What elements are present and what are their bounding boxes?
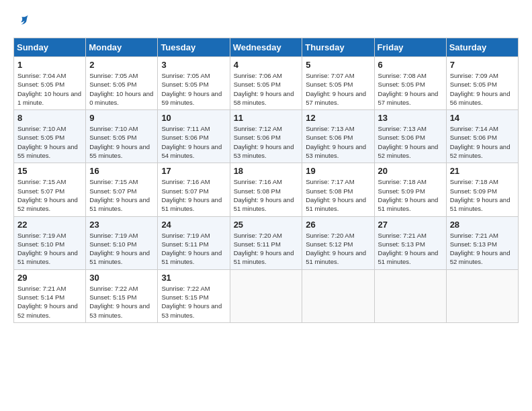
page-header <box>13 13 519 27</box>
logo-bird-icon <box>16 13 30 27</box>
day-number: 16 <box>89 166 154 176</box>
calendar-cell: 30 Sunrise: 7:22 AM Sunset: 5:15 PM Dayl… <box>86 269 158 322</box>
calendar-cell: 22 Sunrise: 7:19 AM Sunset: 5:10 PM Dayl… <box>14 216 86 269</box>
calendar-header-wednesday: Wednesday <box>230 38 302 57</box>
calendar-week-row: 15 Sunrise: 7:15 AM Sunset: 5:07 PM Dayl… <box>14 163 519 216</box>
calendar-cell: 11 Sunrise: 7:12 AM Sunset: 5:06 PM Dayl… <box>230 110 302 163</box>
calendar-week-row: 8 Sunrise: 7:10 AM Sunset: 5:05 PM Dayli… <box>14 110 519 163</box>
calendar-cell: 10 Sunrise: 7:11 AM Sunset: 5:06 PM Dayl… <box>158 110 230 163</box>
day-info: Sunrise: 7:10 AM Sunset: 5:05 PM Dayligh… <box>89 124 154 160</box>
calendar-cell: 19 Sunrise: 7:17 AM Sunset: 5:08 PM Dayl… <box>302 163 374 216</box>
calendar-cell: 31 Sunrise: 7:22 AM Sunset: 5:15 PM Dayl… <box>158 269 230 322</box>
day-number: 19 <box>306 166 370 176</box>
day-info: Sunrise: 7:18 AM Sunset: 5:09 PM Dayligh… <box>378 177 443 213</box>
day-number: 23 <box>89 220 154 230</box>
calendar-cell: 5 Sunrise: 7:07 AM Sunset: 5:05 PM Dayli… <box>302 57 374 110</box>
day-number: 15 <box>17 166 82 176</box>
calendar-header-tuesday: Tuesday <box>158 38 230 57</box>
calendar-cell: 16 Sunrise: 7:15 AM Sunset: 5:07 PM Dayl… <box>86 163 158 216</box>
day-info: Sunrise: 7:19 AM Sunset: 5:10 PM Dayligh… <box>89 231 154 267</box>
calendar-cell: 17 Sunrise: 7:16 AM Sunset: 5:07 PM Dayl… <box>158 163 230 216</box>
calendar-cell: 14 Sunrise: 7:14 AM Sunset: 5:06 PM Dayl… <box>446 110 518 163</box>
calendar-header-friday: Friday <box>374 38 446 57</box>
day-info: Sunrise: 7:20 AM Sunset: 5:12 PM Dayligh… <box>306 231 370 267</box>
day-number: 13 <box>378 113 443 123</box>
day-info: Sunrise: 7:22 AM Sunset: 5:15 PM Dayligh… <box>161 284 226 320</box>
calendar-cell <box>230 269 302 322</box>
day-number: 4 <box>234 60 299 70</box>
calendar-cell: 28 Sunrise: 7:21 AM Sunset: 5:13 PM Dayl… <box>446 216 518 269</box>
calendar-cell: 24 Sunrise: 7:19 AM Sunset: 5:11 PM Dayl… <box>158 216 230 269</box>
calendar-cell <box>446 269 518 322</box>
day-info: Sunrise: 7:12 AM Sunset: 5:06 PM Dayligh… <box>234 124 299 160</box>
calendar-cell: 9 Sunrise: 7:10 AM Sunset: 5:05 PM Dayli… <box>86 110 158 163</box>
calendar-cell: 13 Sunrise: 7:13 AM Sunset: 5:06 PM Dayl… <box>374 110 446 163</box>
day-info: Sunrise: 7:20 AM Sunset: 5:11 PM Dayligh… <box>234 231 299 267</box>
day-info: Sunrise: 7:10 AM Sunset: 5:05 PM Dayligh… <box>17 124 82 160</box>
day-number: 1 <box>17 60 82 70</box>
calendar-cell: 27 Sunrise: 7:21 AM Sunset: 5:13 PM Dayl… <box>374 216 446 269</box>
day-info: Sunrise: 7:15 AM Sunset: 5:07 PM Dayligh… <box>17 177 82 213</box>
day-info: Sunrise: 7:17 AM Sunset: 5:08 PM Dayligh… <box>306 177 370 213</box>
day-info: Sunrise: 7:09 AM Sunset: 5:05 PM Dayligh… <box>450 71 515 107</box>
calendar-week-row: 22 Sunrise: 7:19 AM Sunset: 5:10 PM Dayl… <box>14 216 519 269</box>
day-info: Sunrise: 7:13 AM Sunset: 5:06 PM Dayligh… <box>306 124 370 160</box>
day-number: 2 <box>89 60 154 70</box>
day-info: Sunrise: 7:16 AM Sunset: 5:08 PM Dayligh… <box>234 177 299 213</box>
day-info: Sunrise: 7:19 AM Sunset: 5:10 PM Dayligh… <box>17 231 82 267</box>
calendar-cell: 7 Sunrise: 7:09 AM Sunset: 5:05 PM Dayli… <box>446 57 518 110</box>
day-number: 26 <box>306 220 370 230</box>
day-info: Sunrise: 7:15 AM Sunset: 5:07 PM Dayligh… <box>89 177 154 213</box>
day-number: 10 <box>161 113 226 123</box>
day-number: 30 <box>89 273 154 283</box>
day-number: 7 <box>450 60 515 70</box>
calendar-cell: 26 Sunrise: 7:20 AM Sunset: 5:12 PM Dayl… <box>302 216 374 269</box>
day-number: 25 <box>234 220 299 230</box>
day-info: Sunrise: 7:16 AM Sunset: 5:07 PM Dayligh… <box>161 177 226 213</box>
day-info: Sunrise: 7:13 AM Sunset: 5:06 PM Dayligh… <box>378 124 443 160</box>
day-info: Sunrise: 7:07 AM Sunset: 5:05 PM Dayligh… <box>306 71 370 107</box>
day-info: Sunrise: 7:11 AM Sunset: 5:06 PM Dayligh… <box>161 124 226 160</box>
day-number: 24 <box>161 220 226 230</box>
day-number: 11 <box>234 113 299 123</box>
calendar-week-row: 29 Sunrise: 7:21 AM Sunset: 5:14 PM Dayl… <box>14 269 519 322</box>
day-info: Sunrise: 7:05 AM Sunset: 5:05 PM Dayligh… <box>161 71 226 107</box>
day-info: Sunrise: 7:04 AM Sunset: 5:05 PM Dayligh… <box>17 71 82 107</box>
calendar-header-thursday: Thursday <box>302 38 374 57</box>
calendar-cell <box>302 269 374 322</box>
day-number: 28 <box>450 220 515 230</box>
calendar-cell: 20 Sunrise: 7:18 AM Sunset: 5:09 PM Dayl… <box>374 163 446 216</box>
day-number: 18 <box>234 166 299 176</box>
day-number: 3 <box>161 60 226 70</box>
calendar-table: SundayMondayTuesdayWednesdayThursdayFrid… <box>13 38 519 323</box>
day-info: Sunrise: 7:14 AM Sunset: 5:06 PM Dayligh… <box>450 124 515 160</box>
day-number: 22 <box>17 220 82 230</box>
calendar-week-row: 1 Sunrise: 7:04 AM Sunset: 5:05 PM Dayli… <box>14 57 519 110</box>
day-number: 20 <box>378 166 443 176</box>
day-info: Sunrise: 7:18 AM Sunset: 5:09 PM Dayligh… <box>450 177 515 213</box>
calendar-cell: 12 Sunrise: 7:13 AM Sunset: 5:06 PM Dayl… <box>302 110 374 163</box>
day-number: 27 <box>378 220 443 230</box>
calendar-cell: 4 Sunrise: 7:06 AM Sunset: 5:05 PM Dayli… <box>230 57 302 110</box>
day-number: 14 <box>450 113 515 123</box>
day-info: Sunrise: 7:05 AM Sunset: 5:05 PM Dayligh… <box>89 71 154 107</box>
day-number: 9 <box>89 113 154 123</box>
day-number: 12 <box>306 113 370 123</box>
day-number: 29 <box>17 273 82 283</box>
calendar-cell: 23 Sunrise: 7:19 AM Sunset: 5:10 PM Dayl… <box>86 216 158 269</box>
day-number: 31 <box>161 273 226 283</box>
calendar-header-row: SundayMondayTuesdayWednesdayThursdayFrid… <box>14 38 519 57</box>
calendar-cell <box>374 269 446 322</box>
calendar-header-saturday: Saturday <box>446 38 518 57</box>
day-info: Sunrise: 7:06 AM Sunset: 5:05 PM Dayligh… <box>234 71 299 107</box>
calendar-cell: 18 Sunrise: 7:16 AM Sunset: 5:08 PM Dayl… <box>230 163 302 216</box>
calendar-cell: 1 Sunrise: 7:04 AM Sunset: 5:05 PM Dayli… <box>14 57 86 110</box>
day-number: 5 <box>306 60 370 70</box>
calendar-cell: 15 Sunrise: 7:15 AM Sunset: 5:07 PM Dayl… <box>14 163 86 216</box>
calendar-cell: 21 Sunrise: 7:18 AM Sunset: 5:09 PM Dayl… <box>446 163 518 216</box>
day-number: 6 <box>378 60 443 70</box>
day-info: Sunrise: 7:21 AM Sunset: 5:13 PM Dayligh… <box>450 231 515 267</box>
day-info: Sunrise: 7:21 AM Sunset: 5:13 PM Dayligh… <box>378 231 443 267</box>
day-info: Sunrise: 7:08 AM Sunset: 5:05 PM Dayligh… <box>378 71 443 107</box>
day-info: Sunrise: 7:21 AM Sunset: 5:14 PM Dayligh… <box>17 284 82 320</box>
